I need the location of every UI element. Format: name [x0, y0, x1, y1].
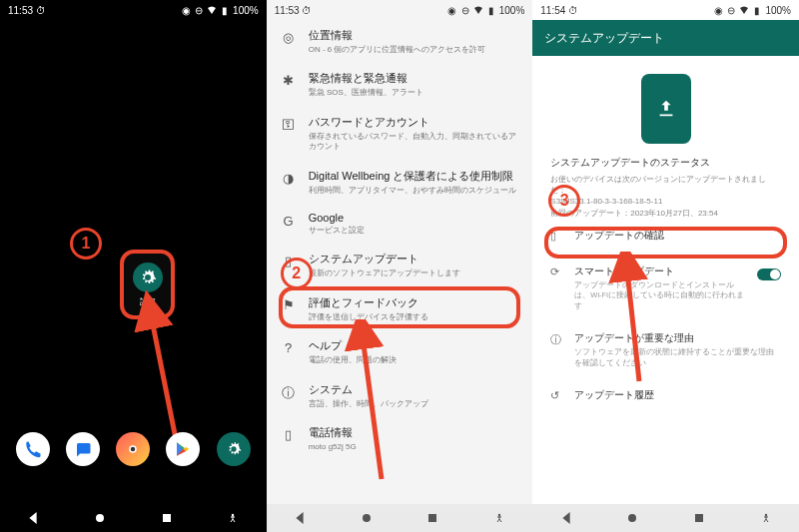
dock — [0, 432, 267, 466]
settings-row-google[interactable]: G Googleサービスと設定 — [271, 204, 529, 244]
update-status-title: システムアップデートのステータス — [550, 156, 781, 170]
battery-icon: ▮ — [486, 5, 496, 15]
clock: 11:53 — [275, 5, 300, 16]
emergency-icon: ✱ — [279, 71, 299, 88]
dock-settings-icon[interactable] — [217, 432, 251, 466]
row-title: システムアップデート — [309, 252, 521, 266]
svg-point-9 — [498, 514, 500, 516]
nav-back-button[interactable] — [292, 510, 308, 526]
row-title: 緊急情報と緊急通報 — [309, 71, 521, 86]
phone-illustration — [641, 74, 691, 144]
settings-row-help[interactable]: ? ヘルプ電話の使用、問題の解決 — [271, 330, 529, 373]
alarm-icon: ⏱ — [302, 5, 312, 16]
row-title: アップデートの確認 — [574, 229, 781, 243]
row-sub: 最新のソフトウェアにアップデートします — [309, 268, 521, 278]
dock-phone-icon[interactable] — [16, 432, 50, 466]
row-title: パスワードとアカウント — [309, 115, 521, 130]
phone-info-icon: ▯ — [279, 425, 299, 442]
feedback-icon: ⚑ — [279, 295, 299, 312]
svg-rect-12 — [695, 514, 703, 522]
dock-messages-icon[interactable] — [66, 432, 100, 466]
row-sub: アップデートのダウンロードとインストールは、Wi-Fiに接続している時に自動的に… — [574, 280, 747, 312]
svg-point-7 — [363, 514, 371, 522]
help-icon: ? — [279, 338, 299, 355]
battery-pct: 100% — [499, 5, 525, 16]
nav-accessibility-button[interactable] — [758, 510, 774, 526]
row-title: 位置情報 — [309, 28, 521, 43]
settings-row-wellbeing[interactable]: ◑ Digital Wellbeing と保護者による使用制限利用時間、アプリタ… — [271, 161, 529, 204]
update-status-sub1: お使いのデバイスは次のバージョンにアップデートされました： — [550, 174, 781, 196]
settings-row-passwords[interactable]: ⚿ パスワードとアカウント保存されているパスワード、自動入力、同期されているアカ… — [271, 107, 529, 161]
navbar — [532, 504, 799, 532]
statusbar: 11:54 ⏱ ◉ ⊖ ▮ 100% — [532, 0, 799, 20]
nav-home-button[interactable] — [359, 510, 375, 526]
row-sub: 保存されているパスワード、自動入力、同期されているアカウント — [309, 132, 521, 153]
screen-system-update: 11:54 ⏱ ◉ ⊖ ▮ 100% システムアップデート システムアップデート… — [532, 0, 799, 532]
settings-row-system[interactable]: ⓘ システム言語、操作、時間、バックアップ — [271, 374, 529, 417]
nav-back-button[interactable] — [558, 510, 574, 526]
settings-row-phone-info[interactable]: ▯ 電話情報moto g52j 5G — [271, 417, 529, 460]
settings-row-feedback[interactable]: ⚑ 評価とフィードバック評価を送信しデバイスを評価する — [271, 287, 529, 330]
navbar — [267, 504, 533, 532]
row-title: Google — [309, 212, 521, 224]
svg-rect-8 — [428, 514, 436, 522]
refresh-icon: ⟳ — [550, 265, 564, 278]
wellbeing-icon: ◑ — [279, 169, 299, 186]
wifi-icon — [473, 5, 483, 15]
row-sub: 緊急 SOS、医療情報、アラート — [309, 88, 521, 98]
dock-play-store-icon[interactable] — [166, 432, 200, 466]
row-title: 評価とフィードバック — [309, 295, 521, 310]
nav-accessibility-button[interactable] — [225, 510, 241, 526]
update-status-sub3: 前回のアップデート：2023年10月27日、23:54 — [550, 208, 781, 219]
annotation-arrow-2 — [337, 319, 397, 489]
svg-point-11 — [628, 514, 636, 522]
nav-home-button[interactable] — [624, 510, 640, 526]
screen-settings-list: 11:53 ⏱ ◉ ⊖ ▮ 100% ◎ 位置情報ON - 6 個のアプリに位置… — [267, 0, 533, 532]
nav-recents-button[interactable] — [691, 510, 707, 526]
navbar — [0, 504, 267, 532]
history-icon: ↺ — [550, 388, 564, 402]
wifi-icon — [739, 5, 749, 15]
smart-update-toggle[interactable] — [757, 268, 781, 280]
settings-row-emergency[interactable]: ✱ 緊急情報と緊急通報緊急 SOS、医療情報、アラート — [271, 63, 529, 106]
update-row-history[interactable]: ↺ アップデート履歴 — [532, 378, 799, 414]
update-row-check[interactable]: ▯ アップデートの確認 — [532, 219, 799, 255]
annotation-badge-2: 2 — [281, 258, 313, 289]
phone-icon: ▯ — [550, 229, 564, 243]
nav-accessibility-button[interactable] — [491, 510, 507, 526]
clock: 11:54 — [540, 5, 565, 16]
update-row-smart[interactable]: ⟳ スマートアップデートアップデートのダウンロードとインストールは、Wi-Fiに… — [532, 255, 799, 322]
update-row-why[interactable]: ⓘ アップデートが重要な理由ソフトウェアを最新の状態に維持することが重要な理由を… — [532, 321, 799, 378]
dnd-icon: ⊖ — [460, 5, 470, 15]
annotation-badge-1: 1 — [70, 228, 102, 260]
titlebar-title: システムアップデート — [544, 30, 664, 47]
svg-point-2 — [131, 447, 136, 452]
titlebar: システムアップデート — [532, 20, 799, 56]
update-status-sub2: S3SJS33.1-80-3-3-168-18-5-11 — [550, 196, 781, 207]
row-sub: サービスと設定 — [309, 226, 521, 236]
row-sub: 利用時間、アプリタイマー、おやすみ時間のスケジュール — [309, 186, 521, 196]
statusbar: 11:53 ⏱ ◉ ⊖ ▮ 100% — [267, 0, 533, 20]
google-icon: G — [279, 212, 299, 229]
svg-point-5 — [232, 514, 234, 516]
nav-recents-button[interactable] — [159, 510, 175, 526]
row-sub: ON - 6 個のアプリに位置情報へのアクセスを許可 — [309, 45, 521, 55]
nav-back-button[interactable] — [25, 510, 41, 526]
eye-icon: ◉ — [447, 5, 457, 15]
alarm-icon: ⏱ — [568, 5, 578, 16]
annotation-arrow-3 — [604, 252, 654, 391]
svg-point-13 — [764, 514, 766, 516]
battery-pct: 100% — [765, 5, 791, 16]
key-icon: ⚿ — [279, 115, 299, 132]
nav-home-button[interactable] — [92, 510, 108, 526]
row-title: スマートアップデート — [574, 265, 747, 278]
screen-home: 11:53 ⏱ ◉ ⊖ ▮ 100% 設定 1 — [0, 0, 267, 532]
settings-row-location[interactable]: ◎ 位置情報ON - 6 個のアプリに位置情報へのアクセスを許可 — [271, 20, 529, 63]
location-icon: ◎ — [279, 28, 299, 45]
dock-camera-icon[interactable] — [116, 432, 150, 466]
svg-line-10 — [626, 262, 639, 381]
svg-point-3 — [96, 514, 104, 522]
nav-recents-button[interactable] — [424, 510, 440, 526]
dnd-icon: ⊖ — [726, 5, 736, 15]
svg-rect-4 — [163, 514, 171, 522]
